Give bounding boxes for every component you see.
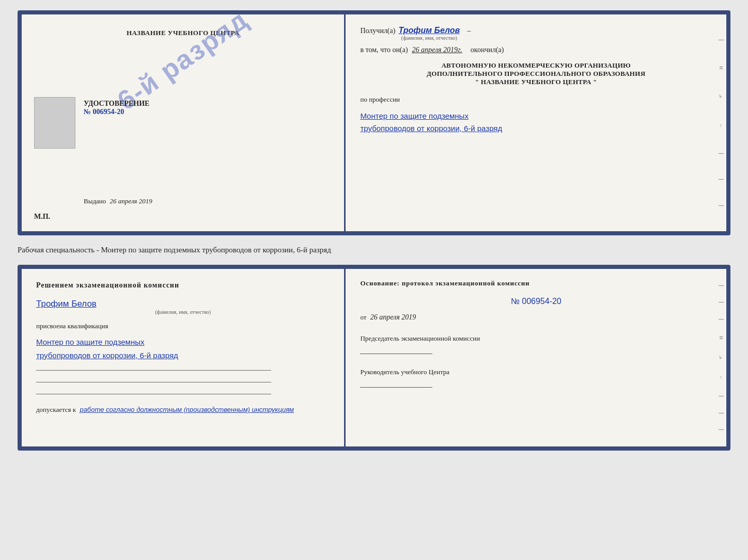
udost-label: УДОСТОВЕРЕНИЕ (84, 100, 149, 108)
rukov-label: Руководитель учебного Центра (360, 367, 712, 377)
predsedatel-sig-line (360, 354, 432, 354)
reshenie-text: Решением экзаменационной комиссии (36, 281, 330, 290)
edge-marks-bottom: И ,а ← (716, 269, 726, 446)
edge-dash-3 (719, 179, 724, 180)
worker-specialty-label: Рабочая специальность - Монтер по защите… (18, 244, 730, 257)
vydano-label: Выдано (84, 197, 106, 205)
vtom-label: в том, что он(а) (360, 46, 408, 54)
school-name-top: НАЗВАНИЕ УЧЕБНОГО ЦЕНТРА (127, 29, 240, 37)
cert-bottom-left-panel: Решением экзаменационной комиссии Трофим… (22, 269, 346, 446)
ot-date: 26 апреля 2019 (370, 313, 416, 321)
vtom-date: 26 апреля 2019г. (412, 46, 462, 54)
edge-dash-1 (719, 40, 724, 40)
rukov-sig-line (360, 387, 432, 388)
edge-b-dash-1 (719, 285, 724, 286)
vtom-row: в том, что он(а) 26 апреля 2019г. окончи… (360, 46, 712, 54)
edge-b-dash-4 (719, 396, 724, 396)
fio-subtitle-top: (фамилия, имя, отчество) (401, 35, 457, 41)
bottom-fio-sub: (фамилия, имя, отчество) (155, 309, 211, 315)
osnovanie-label: Основание: протокол экзаменационной коми… (360, 279, 712, 287)
prisvoena-label: присвоена квалификация (36, 322, 330, 330)
qual-line1: Монтер по защите подземных (36, 335, 330, 349)
recipient-name: Трофим Белов (398, 26, 460, 35)
profession-text: Монтер по защите подземных трубопроводов… (360, 110, 712, 135)
bottom-recipient-name: Трофим Белов (36, 299, 97, 309)
dopusk-label: допускается к (36, 406, 76, 413)
qual-line2: трубопроводов от коррозии, 6-й разряд (36, 349, 330, 362)
edge-b-dash-5 (719, 413, 724, 413)
mp-label: М.П. (34, 213, 50, 221)
org-name-block: АВТОНОМНУЮ НЕКОММЕРЧЕСКУЮ ОРГАНИЗАЦИЮ ДО… (360, 61, 712, 86)
org-line1: АВТОНОМНУЮ НЕКОММЕРЧЕСКУЮ ОРГАНИЗАЦИЮ (360, 61, 712, 70)
edge-b-char-a: ,а (719, 356, 724, 359)
dopusk-text: работе согласно должностным (производств… (80, 406, 294, 413)
edge-dash-4 (719, 205, 724, 206)
top-certificate: НАЗВАНИЕ УЧЕБНОГО ЦЕНТРА 6-й разряд УДОС… (18, 10, 730, 235)
cert-left-panel: НАЗВАНИЕ УЧЕБНОГО ЦЕНТРА 6-й разряд УДОС… (22, 14, 346, 231)
edge-char-arrow: ← (719, 123, 724, 128)
predsedatel-label: Председатель экзаменационной комиссии (360, 334, 712, 343)
edge-b-char-i: И (719, 336, 724, 340)
profession-line2: трубопроводов от коррозии, 6-й разряд (360, 122, 712, 135)
po-professii-label: по профессии (360, 95, 712, 104)
ot-label: от (360, 313, 366, 321)
edge-b-dash-3 (719, 319, 724, 319)
okonchil-label: окончил(а) (471, 46, 504, 54)
cert-right-panel: Получил(а) Трофим Белов (фамилия, имя, о… (346, 14, 726, 231)
udost-block: УДОСТОВЕРЕНИЕ № 006954-20 (84, 100, 149, 116)
vydano-date: 26 апреля 2019 (110, 197, 152, 205)
qualification-text: Монтер по защите подземных трубопроводов… (36, 335, 330, 362)
predsedatel-block: Председатель экзаменационной комиссии (360, 334, 712, 354)
edge-dash-2 (719, 153, 724, 154)
bottom-certificate: Решением экзаменационной комиссии Трофим… (18, 265, 730, 451)
edge-marks-top: И ,а ← (716, 14, 726, 231)
poluchil-row: Получил(а) Трофим Белов (фамилия, имя, о… (360, 26, 712, 41)
profession-line1: Монтер по защите подземных (360, 110, 712, 122)
edge-b-char-arrow: ← (719, 375, 724, 380)
cert-bottom-right-panel: Основание: протокол экзаменационной коми… (346, 269, 726, 446)
ot-date-row: от 26 апреля 2019 (360, 313, 712, 322)
org-line2: ДОПОЛНИТЕЛЬНОГО ПРОФЕССИОНАЛЬНОГО ОБРАЗО… (360, 70, 712, 78)
udost-num: № 006954-20 (84, 108, 149, 116)
org-line3: " НАЗВАНИЕ УЧЕБНОГО ЦЕНТРА " (360, 78, 712, 86)
poluchil-label: Получил(а) (360, 27, 395, 35)
prot-num: № 006954-20 (360, 297, 712, 306)
photo-placeholder (34, 97, 75, 149)
rukov-block: Руководитель учебного Центра (360, 367, 712, 388)
edge-b-dash-2 (719, 302, 724, 302)
vydano-line: Выдано 26 апреля 2019 (84, 197, 152, 205)
dopusk-block: допускается к работе согласно должностны… (36, 406, 330, 414)
edge-char-i: И (719, 66, 724, 70)
edge-char-a: ,а (719, 94, 724, 98)
edge-b-dash-6 (719, 429, 724, 430)
